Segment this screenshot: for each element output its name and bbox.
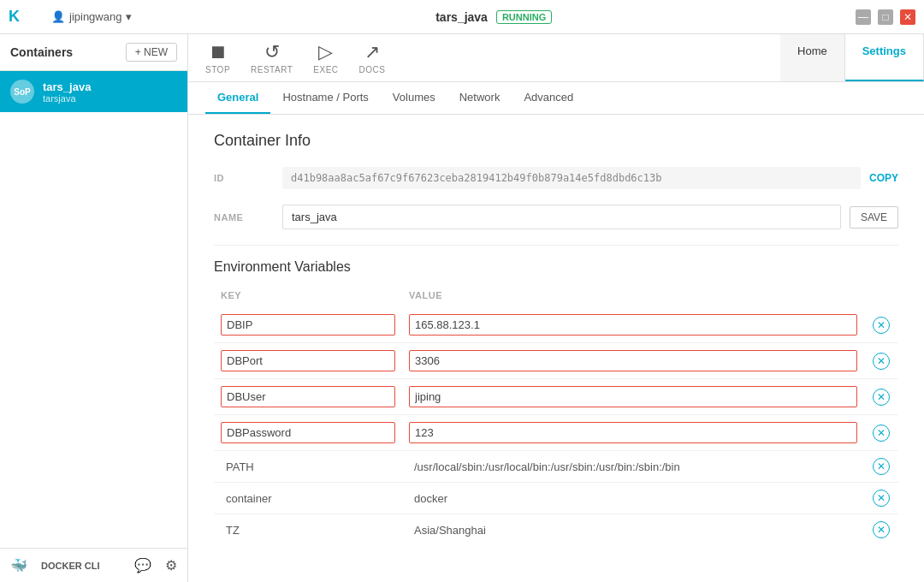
minimize-button[interactable]: —	[856, 9, 871, 25]
table-row: containerdocker✕	[214, 483, 898, 514]
title-bar-left: K 👤 jipingwang ▾	[9, 8, 132, 26]
id-label: ID	[214, 173, 282, 183]
remove-env-button[interactable]: ✕	[873, 353, 890, 370]
settings-tabs: General Hostname / Ports Volumes Network…	[188, 82, 924, 115]
remove-env-button[interactable]: ✕	[873, 490, 890, 507]
sidebar: Containers NEW SoP tars_java tarsjava 🐳 …	[0, 34, 188, 582]
sidebar-footer: 🐳 DOCKER CLI 💬 ⚙	[0, 548, 187, 582]
new-container-button[interactable]: NEW	[126, 43, 177, 62]
env-key-label: container	[221, 489, 276, 508]
panel-main-tabs: Home Settings	[780, 34, 924, 81]
exec-icon: ▷	[318, 41, 333, 63]
name-field-row: NAME SAVE	[214, 205, 898, 229]
table-row: ✕	[214, 307, 898, 343]
env-key-input[interactable]	[222, 351, 376, 371]
env-value-input[interactable]	[410, 351, 632, 371]
tab-settings[interactable]: Settings	[845, 34, 924, 81]
container-item-sub: tarsjava	[43, 93, 91, 104]
remove-env-button[interactable]: ✕	[873, 521, 890, 538]
right-panel: ⏹ STOP ↺ RESTART ▷ EXEC ↗ DOCS Home	[188, 34, 924, 582]
env-value-input[interactable]	[410, 387, 632, 407]
sidebar-item-tars-java[interactable]: SoP tars_java tarsjava	[0, 71, 187, 112]
id-value	[282, 167, 861, 189]
chat-icon[interactable]: 💬	[134, 557, 151, 573]
remove-env-button[interactable]: ✕	[873, 425, 890, 442]
docs-label: DOCS	[359, 65, 386, 74]
close-button[interactable]: ✕	[900, 9, 915, 25]
container-info-title: Container Info	[214, 132, 898, 150]
stop-icon: ⏹	[209, 41, 228, 63]
name-label: NAME	[214, 212, 282, 223]
table-row: ✕	[214, 379, 898, 415]
env-key-label: PATH	[221, 457, 259, 477]
user-icon: 👤	[51, 10, 65, 23]
docs-button[interactable]: ↗ DOCS	[359, 41, 386, 74]
restart-icon: ↺	[264, 41, 280, 63]
table-row: PATH/usr/local/sbin:/usr/local/bin:/usr/…	[214, 451, 898, 483]
restart-label: RESTART	[251, 65, 293, 74]
tab-advanced[interactable]: Advanced	[512, 82, 585, 114]
tab-general[interactable]: General	[205, 82, 270, 114]
maximize-button[interactable]: □	[878, 9, 893, 25]
docker-cli-label[interactable]: DOCKER CLI	[41, 561, 99, 571]
container-item-name: tars_java	[43, 80, 91, 93]
docs-icon: ↗	[364, 41, 380, 63]
user-menu[interactable]: 👤 jipingwang ▾	[51, 10, 132, 23]
copy-id-button[interactable]: COPY	[869, 172, 898, 184]
remove-env-button[interactable]: ✕	[873, 317, 890, 334]
chevron-down-icon: ▾	[126, 10, 132, 23]
env-vars-title: Environment Variables	[214, 259, 898, 275]
stop-button[interactable]: ⏹ STOP	[205, 41, 230, 74]
stop-label: STOP	[205, 65, 230, 74]
env-key-input[interactable]	[222, 423, 376, 442]
restart-button[interactable]: ↺ RESTART	[251, 41, 293, 74]
username-label: jipingwang	[69, 10, 121, 23]
table-row: TZAsia/Shanghai✕	[214, 514, 898, 546]
container-name-title: tars_java	[435, 10, 488, 24]
env-vars-table: KEY VALUE ✕✕✕✕PATH/usr/local/sbin:/usr/l…	[214, 287, 898, 545]
key-header: KEY	[214, 287, 402, 307]
toolbar: ⏹ STOP ↺ RESTART ▷ EXEC ↗ DOCS	[188, 34, 780, 81]
sidebar-header: Containers NEW	[0, 34, 187, 71]
title-bar-center: tars_java RUNNING	[435, 10, 552, 24]
status-badge: RUNNING	[496, 10, 552, 24]
window-controls: — □ ✕	[856, 9, 915, 25]
save-name-button[interactable]: SAVE	[850, 206, 898, 229]
tab-volumes[interactable]: Volumes	[381, 82, 447, 114]
tab-home[interactable]: Home	[780, 34, 845, 81]
id-field-row: ID COPY	[214, 167, 898, 189]
env-value-label: /usr/local/sbin:/usr/local/bin:/usr/sbin…	[409, 457, 685, 477]
env-key-input[interactable]	[222, 387, 376, 407]
title-bar: K 👤 jipingwang ▾ tars_java RUNNING — □ ✕	[0, 0, 924, 34]
remove-env-button[interactable]: ✕	[873, 458, 890, 475]
env-key-label: TZ	[221, 520, 245, 540]
table-row: ✕	[214, 343, 898, 379]
sidebar-title: Containers	[10, 45, 73, 59]
env-key-input[interactable]	[222, 315, 376, 335]
env-value-input[interactable]	[410, 423, 632, 442]
app-logo: K	[9, 8, 43, 26]
settings-icon[interactable]: ⚙	[165, 557, 177, 573]
docker-cli-icon[interactable]: 🐳	[10, 557, 27, 573]
settings-content: Container Info ID COPY NAME SAVE Environ…	[188, 115, 924, 582]
table-row: ✕	[214, 415, 898, 451]
value-header: VALUE	[402, 287, 864, 307]
env-value-label: Asia/Shanghai	[409, 520, 491, 540]
exec-label: EXEC	[313, 65, 338, 74]
env-value-input[interactable]	[410, 315, 632, 335]
top-bar: ⏹ STOP ↺ RESTART ▷ EXEC ↗ DOCS Home	[188, 34, 924, 82]
exec-button[interactable]: ▷ EXEC	[313, 41, 338, 74]
container-avatar: SoP	[10, 80, 34, 104]
tab-hostname-ports[interactable]: Hostname / Ports	[270, 82, 380, 114]
main-layout: Containers NEW SoP tars_java tarsjava 🐳 …	[0, 34, 924, 582]
tab-network[interactable]: Network	[447, 82, 512, 114]
name-input[interactable]	[282, 205, 841, 229]
env-value-label: docker	[409, 489, 453, 508]
remove-env-button[interactable]: ✕	[873, 389, 890, 406]
